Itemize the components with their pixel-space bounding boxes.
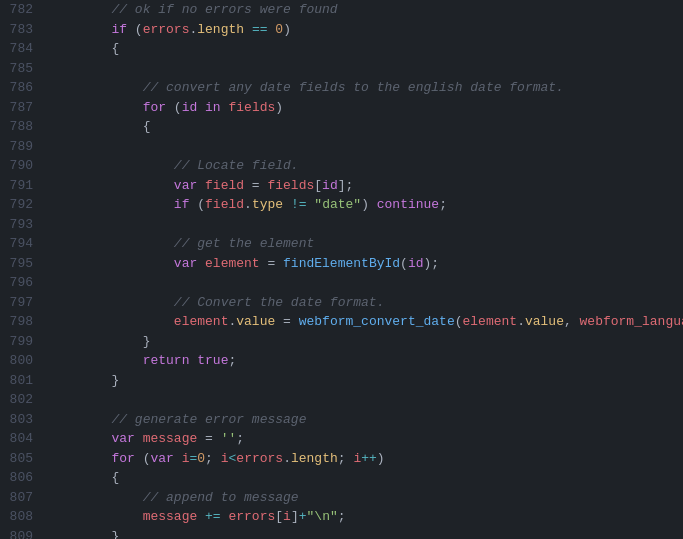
- line-content: // generate error message: [45, 410, 683, 430]
- line-number: 805: [0, 451, 45, 466]
- line-content: {: [45, 468, 683, 488]
- line-content: }: [45, 527, 683, 540]
- line-number: 800: [0, 353, 45, 368]
- code-line: 791 var field = fields[id];: [0, 176, 683, 196]
- code-line: 792 if (field.type != "date") continue;: [0, 195, 683, 215]
- line-content: element.value = webform_convert_date(ele…: [45, 312, 683, 332]
- code-line: 796: [0, 273, 683, 293]
- line-content: // Convert the date format.: [45, 293, 683, 313]
- code-line: 802: [0, 390, 683, 410]
- line-number: 799: [0, 334, 45, 349]
- code-line: 788 {: [0, 117, 683, 137]
- code-line: 799 }: [0, 332, 683, 352]
- code-line: 785: [0, 59, 683, 79]
- code-line: 787 for (id in fields): [0, 98, 683, 118]
- line-content: return true;: [45, 351, 683, 371]
- line-number: 788: [0, 119, 45, 134]
- code-line: 793: [0, 215, 683, 235]
- code-line: 782 // ok if no errors were found: [0, 0, 683, 20]
- code-editor: 782 // ok if no errors were found783 if …: [0, 0, 683, 539]
- code-line: 803 // generate error message: [0, 410, 683, 430]
- line-number: 787: [0, 100, 45, 115]
- line-content: // get the element: [45, 234, 683, 254]
- code-line: 794 // get the element: [0, 234, 683, 254]
- line-number: 803: [0, 412, 45, 427]
- code-line: 784 {: [0, 39, 683, 59]
- line-number: 796: [0, 275, 45, 290]
- line-content: var element = findElementById(id);: [45, 254, 683, 274]
- line-content: {: [45, 39, 683, 59]
- line-number: 792: [0, 197, 45, 212]
- code-line: 809 }: [0, 527, 683, 540]
- line-number: 794: [0, 236, 45, 251]
- code-line: 807 // append to message: [0, 488, 683, 508]
- line-number: 802: [0, 392, 45, 407]
- line-content: // Locate field.: [45, 156, 683, 176]
- line-content: message += errors[i]+"\n";: [45, 507, 683, 527]
- line-number: 793: [0, 217, 45, 232]
- line-number: 791: [0, 178, 45, 193]
- line-number: 804: [0, 431, 45, 446]
- line-number: 806: [0, 470, 45, 485]
- line-number: 783: [0, 22, 45, 37]
- line-content: for (var i=0; i<errors.length; i++): [45, 449, 683, 469]
- line-content: }: [45, 332, 683, 352]
- line-number: 785: [0, 61, 45, 76]
- code-line: 805 for (var i=0; i<errors.length; i++): [0, 449, 683, 469]
- line-content: {: [45, 117, 683, 137]
- line-content: }: [45, 371, 683, 391]
- line-number: 782: [0, 2, 45, 17]
- line-content: for (id in fields): [45, 98, 683, 118]
- line-number: 789: [0, 139, 45, 154]
- line-content: // ok if no errors were found: [45, 0, 683, 20]
- line-number: 784: [0, 41, 45, 56]
- code-line: 801 }: [0, 371, 683, 391]
- line-number: 809: [0, 529, 45, 539]
- line-content: var message = '';: [45, 429, 683, 449]
- code-line: 795 var element = findElementById(id);: [0, 254, 683, 274]
- code-line: 789: [0, 137, 683, 157]
- line-content: var field = fields[id];: [45, 176, 683, 196]
- code-line: 786 // convert any date fields to the en…: [0, 78, 683, 98]
- code-line: 783 if (errors.length == 0): [0, 20, 683, 40]
- line-content: // append to message: [45, 488, 683, 508]
- line-content: // convert any date fields to the englis…: [45, 78, 683, 98]
- line-number: 786: [0, 80, 45, 95]
- line-content: if (field.type != "date") continue;: [45, 195, 683, 215]
- line-number: 798: [0, 314, 45, 329]
- code-line: 800 return true;: [0, 351, 683, 371]
- code-line: 808 message += errors[i]+"\n";: [0, 507, 683, 527]
- code-line: 790 // Locate field.: [0, 156, 683, 176]
- line-number: 801: [0, 373, 45, 388]
- line-number: 797: [0, 295, 45, 310]
- line-number: 808: [0, 509, 45, 524]
- line-number: 807: [0, 490, 45, 505]
- code-line: 806 {: [0, 468, 683, 488]
- line-content: if (errors.length == 0): [45, 20, 683, 40]
- code-line: 797 // Convert the date format.: [0, 293, 683, 313]
- line-number: 790: [0, 158, 45, 173]
- code-line: 804 var message = '';: [0, 429, 683, 449]
- code-line: 798 element.value = webform_convert_date…: [0, 312, 683, 332]
- line-number: 795: [0, 256, 45, 271]
